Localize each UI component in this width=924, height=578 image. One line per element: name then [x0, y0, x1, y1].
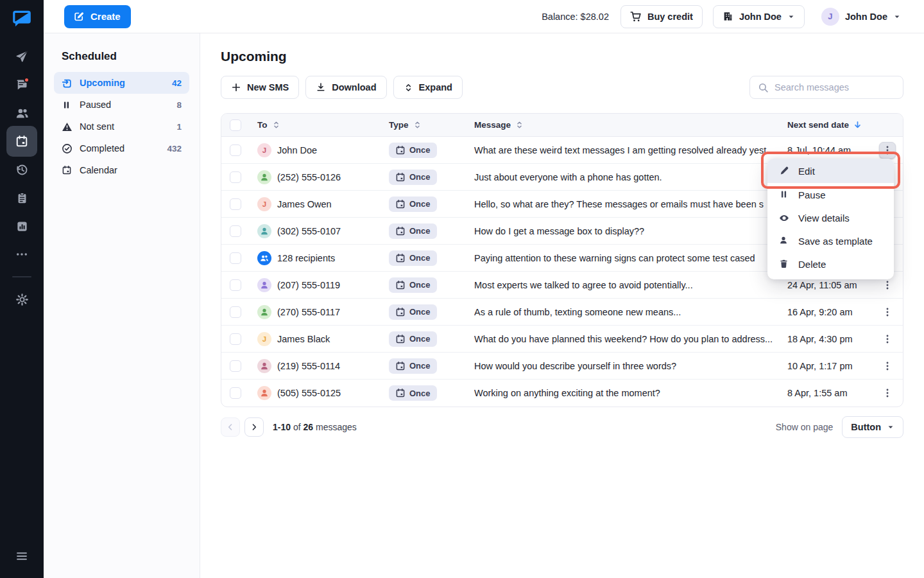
menu-item-label: Delete: [798, 259, 826, 270]
rail-item-templates[interactable]: [6, 184, 37, 212]
sidebar-item-calendar[interactable]: Calendar: [54, 159, 189, 181]
recipient-avatar: [257, 224, 271, 238]
recipient-name: James Owen: [277, 199, 332, 209]
select-all-checkbox[interactable]: [230, 119, 241, 131]
row-checkbox[interactable]: [230, 306, 241, 318]
row-checkbox[interactable]: [230, 360, 241, 372]
sidebar-item-label: Completed: [80, 143, 124, 153]
expand-icon: [404, 83, 413, 92]
sidebar-item-upcoming[interactable]: Upcoming 42: [54, 72, 189, 94]
message-text: Just about everyone with a phone has got…: [474, 172, 787, 182]
sidebar-item-label: Not sent: [80, 121, 114, 132]
recipient-avatar: [257, 305, 271, 319]
rail-item-inbox[interactable]: [6, 71, 37, 99]
recipient-avatar: [257, 359, 271, 373]
download-button[interactable]: Download: [305, 76, 386, 99]
row-checkbox[interactable]: [230, 387, 241, 399]
user-menu[interactable]: J John Doe: [821, 8, 901, 26]
sidebar-item-not-sent[interactable]: Not sent 1: [54, 116, 189, 137]
rail-item-contacts[interactable]: [6, 99, 37, 127]
column-header-message[interactable]: Message: [474, 120, 787, 130]
schedule-send-icon: [62, 78, 73, 89]
row-checkbox[interactable]: [230, 279, 241, 291]
recipient-name: (505) 555-0125: [277, 388, 341, 398]
row-actions-button[interactable]: [879, 304, 896, 320]
app-logo-icon[interactable]: [6, 6, 37, 32]
create-button[interactable]: Create: [64, 5, 131, 28]
sidebar-item-count: 432: [167, 144, 182, 153]
new-sms-button[interactable]: New SMS: [221, 76, 299, 99]
context-menu-item-pause[interactable]: Pause: [767, 183, 894, 206]
organization-selector[interactable]: John Doe: [713, 5, 805, 28]
calendar-small-icon: [62, 165, 73, 176]
context-menu-item-delete[interactable]: Delete: [767, 252, 894, 276]
row-actions-button[interactable]: [879, 358, 896, 374]
rail-item-analytics[interactable]: [6, 212, 37, 240]
row-actions-button[interactable]: [879, 385, 896, 401]
recipient-avatar: [257, 386, 271, 400]
sidebar-item-paused[interactable]: Paused 8: [54, 94, 189, 116]
settings-button[interactable]: [6, 285, 37, 313]
rail-item-scheduled[interactable]: [6, 126, 37, 157]
sidebar-item-completed[interactable]: Completed 432: [54, 137, 189, 159]
context-menu-item-view-details[interactable]: View details: [767, 206, 894, 229]
search-box: [749, 76, 903, 99]
next-page-button[interactable]: [244, 417, 264, 437]
sidebar-item-label: Paused: [80, 100, 111, 110]
row-actions-button[interactable]: [879, 331, 896, 347]
check-circle-icon: [62, 143, 73, 154]
warning-icon: [62, 121, 73, 132]
table-row: (505) 555-0125 Once Working on anything …: [221, 380, 903, 407]
row-checkbox[interactable]: [230, 252, 241, 264]
send-plane-icon: [15, 50, 28, 63]
calendar-icon: [395, 388, 406, 398]
sidebar-item-label: Upcoming: [80, 78, 125, 88]
row-actions-button[interactable]: [879, 142, 896, 159]
unread-badge: [24, 77, 30, 83]
calendar-icon: [395, 172, 406, 182]
scheduled-sidebar: Scheduled Upcoming 42 Paused 8 Not sent …: [44, 33, 200, 578]
column-header-next-send-date[interactable]: Next send date: [787, 120, 872, 130]
eye-icon: [779, 213, 789, 223]
recipient-name: (207) 555-0119: [277, 280, 340, 290]
collapse-menu-button[interactable]: [6, 542, 37, 570]
plus-icon: [231, 82, 241, 92]
context-menu-item-save-as-template[interactable]: Save as template: [767, 229, 894, 252]
search-input[interactable]: [774, 82, 895, 92]
column-header-to[interactable]: To: [250, 120, 382, 130]
sidebar-item-count: 42: [172, 78, 182, 88]
rail-item-history[interactable]: [6, 155, 37, 184]
recipient-avatar: [257, 170, 271, 184]
icon-rail: [0, 0, 44, 578]
pagination-summary: 1-10 of 26 messages: [273, 422, 357, 432]
rail-item-more[interactable]: [6, 240, 37, 268]
download-icon: [316, 82, 326, 92]
message-text: What do you have planned this weekend? H…: [474, 334, 787, 344]
type-badge: Once: [389, 250, 437, 266]
row-checkbox[interactable]: [230, 333, 241, 345]
building-icon: [723, 11, 733, 22]
row-checkbox[interactable]: [230, 144, 241, 156]
recipient-avatar: J: [257, 332, 271, 346]
page-size-dropdown[interactable]: Button: [842, 416, 903, 438]
cart-icon: [630, 11, 642, 22]
calendar-icon: [395, 334, 406, 344]
column-header-type[interactable]: Type: [382, 120, 474, 130]
rail-item-send[interactable]: [6, 42, 37, 71]
people-icon: [15, 107, 29, 120]
recipient-name: John Doe: [277, 145, 317, 155]
row-checkbox[interactable]: [230, 171, 241, 183]
row-checkbox[interactable]: [230, 198, 241, 210]
prev-page-button[interactable]: [221, 417, 240, 437]
user-name: John Doe: [845, 12, 887, 22]
rail-nav: [6, 42, 37, 268]
buy-credit-button[interactable]: Buy credit: [620, 5, 703, 28]
expand-button[interactable]: Expand: [393, 76, 463, 99]
recipient-avatar: J: [257, 143, 271, 157]
menu-item-label: Pause: [798, 189, 826, 200]
context-menu-item-edit[interactable]: Edit: [767, 159, 894, 183]
table-header: To Type Message Next send date: [221, 114, 903, 137]
topbar: Create Balance: $28.02 Buy credit John D…: [44, 0, 924, 33]
row-checkbox[interactable]: [230, 225, 241, 237]
type-badge: Once: [389, 223, 437, 239]
